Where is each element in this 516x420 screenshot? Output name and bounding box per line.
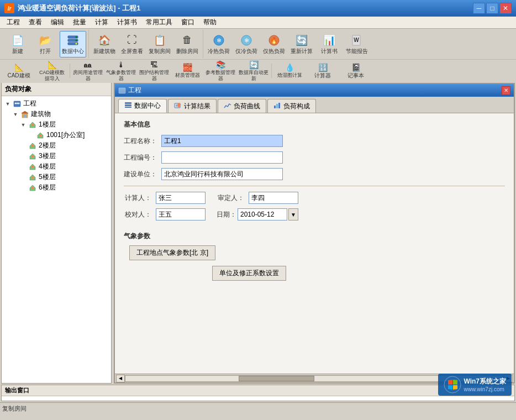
new-button[interactable]: 📄 新建 xyxy=(4,31,31,57)
tree-item-floor2[interactable]: ▶ 2楼层 xyxy=(4,140,109,151)
menu-item-edit[interactable]: 编辑 xyxy=(46,17,69,28)
datacenter-button[interactable]: 数据中心 xyxy=(60,31,86,57)
label-date: 日期： xyxy=(217,210,233,219)
tree-label-floor4: 4楼层 xyxy=(39,162,56,171)
svg-point-5 xyxy=(76,43,77,44)
close-button[interactable]: ✕ xyxy=(499,3,512,14)
recalc-icon: 🔄 xyxy=(295,34,308,47)
tree-label-floor6: 6楼层 xyxy=(39,183,56,192)
menu-item-calcbook[interactable]: 计算书 xyxy=(113,17,141,28)
calculator-icon: 🔢 xyxy=(318,63,328,72)
calcbook-button[interactable]: 📊 计算书 xyxy=(316,31,343,57)
form-group-date: 日期： ▼ xyxy=(217,208,298,221)
tree-item-building[interactable]: ▼ 建筑物 xyxy=(4,109,109,119)
heating-only-button[interactable]: 🔥 仅热负荷 xyxy=(261,31,287,57)
input-date[interactable] xyxy=(238,208,287,221)
output-title: 输出窗口 xyxy=(2,385,514,396)
icon-floor5 xyxy=(28,173,37,182)
expander-root[interactable]: ▼ xyxy=(4,100,12,108)
icon-building xyxy=(20,110,29,119)
unit-correction-button[interactable]: 单位及修正系数设置 xyxy=(212,266,286,281)
menu-item-help[interactable]: 帮助 xyxy=(199,17,221,28)
ref-data-button[interactable]: 📚 参考数据管理器 xyxy=(204,61,237,80)
input-project-num[interactable] xyxy=(161,151,283,164)
db-update-icon: 🔄 xyxy=(249,60,259,69)
status-text: 复制房间 xyxy=(2,405,27,413)
tab-datacenter[interactable]: 数据中心 xyxy=(118,99,167,113)
notepad-icon: 📓 xyxy=(351,63,361,72)
menu-item-window[interactable]: 窗口 xyxy=(177,17,199,28)
notepad-button[interactable]: 📓 记事本 xyxy=(339,61,372,80)
tab-loadcomp-label: 负荷构成 xyxy=(283,102,310,111)
svg-point-27 xyxy=(31,187,34,189)
tab-loadcurve[interactable]: 负荷曲线 xyxy=(218,99,266,113)
cooling-only-label: 仅冷负荷 xyxy=(235,48,257,55)
envelope-mgr-button[interactable]: 🏗 围护结构管理器 xyxy=(138,61,171,80)
material-mgr-button[interactable]: 🧱 材质管理器 xyxy=(171,61,204,80)
copy-room-button[interactable]: 📋 复制房间 xyxy=(146,31,173,57)
datacenter-icon xyxy=(66,34,80,47)
scroll-left-button[interactable]: ◀ xyxy=(116,375,125,382)
expander-building[interactable]: ▼ xyxy=(12,111,19,118)
window-panel: 工程 ✕ 数据中心 xyxy=(114,83,515,384)
tab-datacenter-icon xyxy=(124,102,132,110)
window-close-button[interactable]: ✕ xyxy=(502,86,510,95)
svg-marker-19 xyxy=(22,111,28,113)
db-update-button[interactable]: 🔄 数据库自动更新 xyxy=(237,61,270,80)
new-building-button[interactable]: 🏠 新建筑物 xyxy=(91,31,118,57)
calcbook-label: 计算书 xyxy=(321,48,338,55)
room-usage-button[interactable]: 🏘 房间用途管理器 xyxy=(71,61,104,80)
delete-room-button[interactable]: 🗑 删除房间 xyxy=(174,31,201,57)
menu-item-tools[interactable]: 常用工具 xyxy=(141,17,177,28)
enthalpy-button[interactable]: 💧 焓湿图计算 xyxy=(273,61,306,80)
cooling-heating-icon: ❄ xyxy=(212,34,225,47)
cooling-heating-button[interactable]: ❄ 冷热负荷 xyxy=(206,31,232,57)
toolbar-row1: 📄 新建 📂 打开 数据中心 🏠 新建筑物 xyxy=(0,29,516,60)
menu-item-calc[interactable]: 计算 xyxy=(91,17,113,28)
menu-item-batch[interactable]: 批量 xyxy=(69,17,91,28)
input-project-unit[interactable] xyxy=(161,168,283,180)
svg-rect-35 xyxy=(274,106,276,108)
weather-mgr-button[interactable]: 🌡 气象参数管理器 xyxy=(104,61,138,80)
tree-item-floor1[interactable]: ▼ 1楼层 xyxy=(4,119,109,130)
svg-point-25 xyxy=(31,166,34,168)
tab-loadcomp[interactable]: 负荷构成 xyxy=(267,99,316,113)
tree-item-floor6[interactable]: ▶ 6楼层 xyxy=(4,182,109,193)
cooling-only-button[interactable]: ❄ 仅冷负荷 xyxy=(233,31,260,57)
input-audit-person[interactable] xyxy=(249,192,298,204)
maximize-button[interactable]: □ xyxy=(486,3,498,14)
delete-room-icon: 🗑 xyxy=(181,34,194,47)
minimize-button[interactable]: ─ xyxy=(473,3,485,14)
tree-item-floor4[interactable]: ▶ 4楼层 xyxy=(4,161,109,172)
h-scroll-thumb xyxy=(239,376,314,381)
open-button[interactable]: 📂 打开 xyxy=(32,31,59,57)
tree-item-floor3[interactable]: ▶ 3楼层 xyxy=(4,151,109,161)
svg-point-21 xyxy=(31,124,34,126)
ref-data-icon: 📚 xyxy=(215,60,225,69)
date-dropdown-button[interactable]: ▼ xyxy=(288,208,298,221)
open-icon: 📂 xyxy=(39,34,52,47)
cad-model-button[interactable]: 📐 CAD建模 xyxy=(2,61,35,80)
weather-params-button[interactable]: 工程地点气象参数[北 京] xyxy=(129,245,215,260)
cad-import-button[interactable]: 📐 CAD建模数据导入 xyxy=(35,61,69,80)
calculator-button[interactable]: 🔢 计算器 xyxy=(306,61,339,80)
input-calc-person[interactable] xyxy=(156,192,206,204)
envelope-mgr-icon: 🏗 xyxy=(149,60,159,69)
datacenter-label: 数据中心 xyxy=(62,48,84,55)
energy-report-icon: W xyxy=(350,34,364,47)
input-project-name[interactable] xyxy=(161,135,283,147)
expander-floor1[interactable]: ▼ xyxy=(19,121,27,129)
tree-label-building: 建筑物 xyxy=(31,109,51,119)
room-usage-icon: 🏘 xyxy=(83,60,93,69)
input-check-person[interactable] xyxy=(156,208,206,221)
tree-item-floor5[interactable]: ▶ 5楼层 xyxy=(4,172,109,182)
tree-item-room1001[interactable]: ▶ 1001[办公室] xyxy=(4,130,109,140)
menu-item-view[interactable]: 查看 xyxy=(24,17,46,28)
menu-item-project[interactable]: 工程 xyxy=(2,17,24,28)
tab-calcresult[interactable]: 计算结果 xyxy=(168,99,217,113)
tree-item-root[interactable]: ▼ 工程 xyxy=(4,98,109,109)
svg-text:🔥: 🔥 xyxy=(270,36,278,44)
energy-report-button[interactable]: W 节能报告 xyxy=(344,31,370,57)
fullscreen-button[interactable]: ⛶ 全屏查看 xyxy=(119,31,145,57)
recalc-button[interactable]: 🔄 重新计算 xyxy=(288,31,315,57)
